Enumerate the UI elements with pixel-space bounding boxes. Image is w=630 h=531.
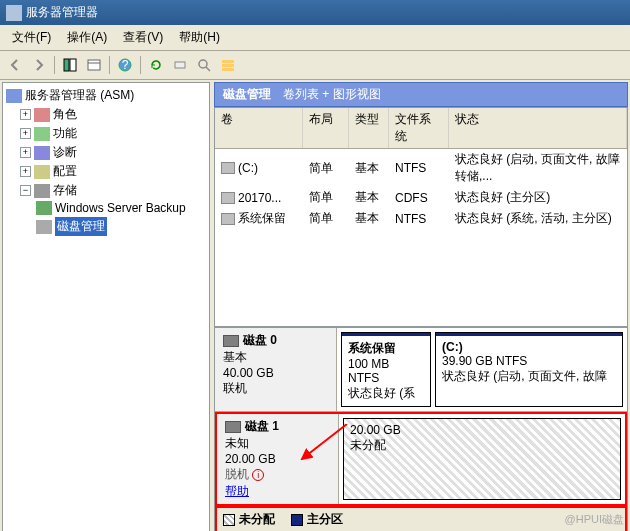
menu-bar: 文件(F) 操作(A) 查看(V) 帮助(H) xyxy=(0,25,630,51)
volume-header[interactable]: 卷 布局 类型 文件系统 状态 xyxy=(215,108,627,149)
volume-row[interactable]: 20170... 简单 基本 CDFS 状态良好 (主分区) xyxy=(215,187,627,208)
show-hide-button[interactable] xyxy=(59,54,81,76)
tree-wsb[interactable]: Windows Server Backup xyxy=(36,200,206,216)
legend-unalloc-swatch xyxy=(223,514,235,526)
tree-diskmgmt[interactable]: 磁盘管理 xyxy=(36,216,206,237)
partition-unallocated[interactable]: 20.00 GB 未分配 xyxy=(343,418,621,500)
menu-action[interactable]: 操作(A) xyxy=(59,27,115,48)
disk-0-info[interactable]: 磁盘 0 基本 40.00 GB 联机 xyxy=(215,328,337,411)
svg-line-12 xyxy=(302,424,347,459)
arrow-annotation xyxy=(297,424,357,464)
disk-1-row[interactable]: 磁盘 1 未知 20.00 GB 脱机 i 帮助 20.00 GB 未分配 xyxy=(215,412,627,506)
svg-text:?: ? xyxy=(122,58,129,72)
svg-point-7 xyxy=(199,60,207,68)
tree-storage[interactable]: −存储 xyxy=(20,181,206,200)
content-header: 磁盘管理 卷列表 + 图形视图 xyxy=(214,82,628,107)
svg-rect-6 xyxy=(175,62,185,68)
col-fs[interactable]: 文件系统 xyxy=(389,108,449,148)
tree-roles[interactable]: +角色 xyxy=(20,105,206,124)
tree-config[interactable]: +配置 xyxy=(20,162,206,181)
window-title: 服务器管理器 xyxy=(26,4,98,21)
svg-rect-1 xyxy=(70,59,76,71)
svg-rect-2 xyxy=(88,60,100,70)
menu-view[interactable]: 查看(V) xyxy=(115,27,171,48)
partition-c[interactable]: (C:) 39.90 GB NTFS 状态良好 (启动, 页面文件, 故障 xyxy=(435,332,623,407)
svg-rect-0 xyxy=(64,59,69,71)
title-bar: 服务器管理器 xyxy=(0,0,630,25)
svg-rect-9 xyxy=(222,60,234,63)
header-title: 磁盘管理 xyxy=(223,86,271,103)
col-type[interactable]: 类型 xyxy=(349,108,389,148)
volume-row[interactable]: (C:) 简单 基本 NTFS 状态良好 (启动, 页面文件, 故障转储,... xyxy=(215,149,627,187)
drive-icon xyxy=(221,162,235,174)
volume-list[interactable]: 卷 布局 类型 文件系统 状态 (C:) 简单 基本 NTFS 状态良好 (启动… xyxy=(214,107,628,327)
properties-button[interactable] xyxy=(83,54,105,76)
menu-help[interactable]: 帮助(H) xyxy=(171,27,228,48)
tree-root[interactable]: 服务器管理器 (ASM) xyxy=(6,86,206,105)
rescan-button[interactable] xyxy=(169,54,191,76)
header-subtitle: 卷列表 + 图形视图 xyxy=(283,86,381,103)
hdd-icon xyxy=(225,421,241,433)
svg-rect-10 xyxy=(222,64,234,67)
settings-button[interactable] xyxy=(193,54,215,76)
menu-file[interactable]: 文件(F) xyxy=(4,27,59,48)
col-status[interactable]: 状态 xyxy=(449,108,627,148)
help-link[interactable]: 帮助 xyxy=(225,484,249,498)
legend-primary-swatch xyxy=(291,514,303,526)
cd-icon xyxy=(221,192,235,204)
svg-rect-11 xyxy=(222,68,234,71)
svg-line-8 xyxy=(206,67,210,71)
drive-icon xyxy=(221,213,235,225)
tree-diagnostics[interactable]: +诊断 xyxy=(20,143,206,162)
watermark: @HPUI磁盘 xyxy=(565,512,624,527)
disk-0-row[interactable]: 磁盘 0 基本 40.00 GB 联机 系统保留 100 MB NTFS 状态良… xyxy=(215,328,627,412)
col-layout[interactable]: 布局 xyxy=(303,108,349,148)
nav-tree[interactable]: 服务器管理器 (ASM) +角色 +功能 +诊断 +配置 −存储 Windows… xyxy=(2,82,210,531)
info-icon[interactable]: i xyxy=(252,469,264,481)
refresh-button[interactable] xyxy=(145,54,167,76)
disk-graphical-view[interactable]: 磁盘 0 基本 40.00 GB 联机 系统保留 100 MB NTFS 状态良… xyxy=(214,327,628,531)
forward-button[interactable] xyxy=(28,54,50,76)
tree-features[interactable]: +功能 xyxy=(20,124,206,143)
col-volume[interactable]: 卷 xyxy=(215,108,303,148)
hdd-icon xyxy=(223,335,239,347)
list-button[interactable] xyxy=(217,54,239,76)
app-icon xyxy=(6,5,22,21)
partition-system-reserved[interactable]: 系统保留 100 MB NTFS 状态良好 (系 xyxy=(341,332,431,407)
toolbar: ? xyxy=(0,51,630,80)
volume-row[interactable]: 系统保留 简单 基本 NTFS 状态良好 (系统, 活动, 主分区) xyxy=(215,208,627,229)
help-button[interactable]: ? xyxy=(114,54,136,76)
back-button[interactable] xyxy=(4,54,26,76)
